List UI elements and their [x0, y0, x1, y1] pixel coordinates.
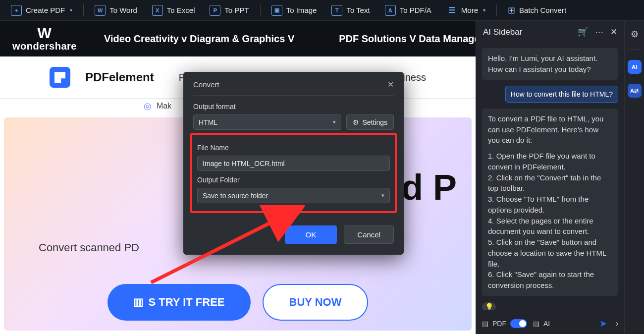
cancel-label: Cancel: [357, 230, 380, 239]
chevron-down-icon: ▾: [70, 7, 72, 13]
text-icon: T: [331, 5, 342, 16]
word-icon: W: [95, 5, 106, 16]
sliders-icon[interactable]: ⚙: [631, 29, 639, 40]
try-it-free-button[interactable]: ▥ S TRY IT FREE: [107, 284, 251, 321]
chevron-down-icon: ▾: [483, 7, 485, 13]
to-pdfa-button[interactable]: A To PDF/A: [379, 2, 437, 19]
file-name-input[interactable]: Image to HTML_OCR.html: [197, 156, 390, 171]
pdfa-icon: A: [385, 5, 396, 16]
to-ppt-button[interactable]: P To PPT: [204, 2, 255, 19]
image-icon: ▣: [271, 5, 282, 16]
to-word-label: To Word: [109, 6, 137, 14]
plus-icon: +: [11, 5, 22, 16]
output-format-value: HTML: [199, 118, 217, 126]
user-message: How to convert this file to HTML?: [505, 86, 618, 103]
translate-pill-icon[interactable]: A⇄: [628, 84, 642, 98]
wondershare-w-glyph: W: [38, 26, 52, 41]
to-text-button[interactable]: T To Text: [325, 2, 376, 19]
output-folder-value: Save to source folder: [203, 192, 268, 200]
to-excel-button[interactable]: X To Excel: [146, 2, 201, 19]
idea-icon[interactable]: 💡: [482, 302, 496, 310]
ai-sidebar-title: AI Sidebar: [483, 27, 522, 37]
file-name-label: File Name: [197, 144, 390, 152]
assistant-message: Hello, I'm Lumi, your AI assistant. How …: [482, 48, 618, 80]
output-folder-select[interactable]: Save to source folder ▾: [197, 188, 390, 203]
more-label: More: [461, 6, 478, 14]
cart-icon[interactable]: 🛒: [578, 27, 588, 37]
ai-sidebar: AI Sidebar 🛒 ⋯ ✕ Hello, I'm Lumi, your A…: [476, 21, 624, 334]
chat-footer: ▤ PDF ▤ AI ➤ ›: [476, 310, 624, 334]
to-image-button[interactable]: ▣ To Image: [266, 2, 323, 19]
page-icon: ▤: [482, 320, 488, 328]
search-icon: ◎: [144, 101, 152, 111]
create-pdf-button[interactable]: + Create PDF ▾: [5, 2, 78, 19]
chevron-down-icon: ▾: [381, 192, 384, 199]
promo-prefix: Mak: [157, 102, 171, 111]
pdfelement-logo-icon: [50, 67, 70, 88]
wondershare-text: wondershare: [12, 41, 77, 52]
mode-ai-label: AI: [543, 320, 550, 328]
ok-label: OK: [306, 230, 317, 239]
to-ppt-label: To PPT: [224, 6, 249, 14]
more-options-icon[interactable]: ⋯: [595, 27, 603, 37]
chevron-right-icon[interactable]: ›: [616, 319, 618, 328]
dialog-title: Convert: [193, 80, 219, 89]
grid-icon: ⊞: [508, 5, 515, 16]
top-toolbar: + Create PDF ▾ W To Word X To Excel P To…: [0, 0, 644, 21]
windows-icon: ▥: [133, 296, 144, 309]
ppt-icon: P: [210, 5, 220, 16]
gear-icon: ⚙: [353, 118, 359, 126]
separator: [629, 50, 641, 50]
batch-convert-label: Batch Convert: [519, 6, 566, 14]
page-icon: ▤: [533, 320, 539, 328]
more-icon: ☰: [446, 5, 457, 16]
to-text-label: To Text: [346, 6, 370, 14]
close-icon[interactable]: ✕: [610, 27, 617, 37]
assistant-intro: To convert a PDF file to HTML, you can u…: [488, 113, 612, 146]
tab-left[interactable]: Video Creativity v Diagram & Graphics V: [104, 33, 294, 45]
chat-area: Hello, I'm Lumi, your AI assistant. How …: [476, 43, 624, 310]
cta-row: ▥ S TRY IT FREE BUY NOW: [39, 284, 437, 321]
to-image-label: To Image: [286, 6, 317, 14]
chevron-down-icon: ▾: [333, 119, 336, 125]
assistant-message: To convert a PDF file to HTML, you can u…: [482, 109, 618, 296]
ai-sidebar-header: AI Sidebar 🛒 ⋯ ✕: [476, 21, 624, 43]
more-button[interactable]: ☰ More ▾: [440, 2, 491, 19]
to-excel-label: To Excel: [167, 6, 195, 14]
to-pdfa-label: To PDF/A: [400, 6, 431, 14]
tab-titles: Video Creativity v Diagram & Graphics V …: [104, 33, 513, 45]
separator: [496, 4, 497, 16]
output-format-label: Output format: [193, 103, 394, 111]
excel-icon: X: [152, 5, 163, 16]
output-folder-label: Output Folder: [197, 176, 390, 184]
mode-toggle[interactable]: [510, 319, 527, 328]
wondershare-logo: W wondershare: [5, 26, 84, 52]
settings-label: Settings: [362, 118, 387, 126]
file-name-value: Image to HTML_OCR.html: [203, 160, 285, 167]
separator: [260, 4, 261, 16]
to-word-button[interactable]: W To Word: [89, 2, 143, 19]
hero-subline-left: Convert scanned PD: [39, 241, 139, 254]
mode-pdf-label: PDF: [492, 320, 506, 328]
separator: [83, 4, 84, 16]
buy-label: BUY NOW: [289, 296, 342, 308]
output-format-select[interactable]: HTML ▾: [193, 114, 341, 130]
annotation-highlight: File Name Image to HTML_OCR.html Output …: [190, 133, 397, 213]
pdfelement-title: PDFelement: [85, 70, 154, 84]
cancel-button[interactable]: Cancel: [344, 225, 394, 244]
assistant-steps: 1. Open the PDF file you want to convert…: [488, 151, 612, 291]
buy-now-button[interactable]: BUY NOW: [263, 284, 369, 321]
right-tool-rail: ⚙ AI A⇄: [624, 21, 644, 334]
ai-pill-icon[interactable]: AI: [628, 60, 642, 74]
convert-dialog: Convert ✕ Output format HTML ▾ ⚙ Setting…: [183, 72, 404, 255]
ok-button[interactable]: OK: [285, 225, 337, 244]
batch-convert-button[interactable]: ⊞ Batch Convert: [502, 2, 572, 19]
try-label: S TRY IT FREE: [149, 296, 225, 309]
send-icon[interactable]: ➤: [599, 318, 607, 329]
close-icon[interactable]: ✕: [387, 80, 394, 89]
create-pdf-label: Create PDF: [26, 6, 65, 14]
settings-button[interactable]: ⚙ Settings: [346, 114, 394, 130]
